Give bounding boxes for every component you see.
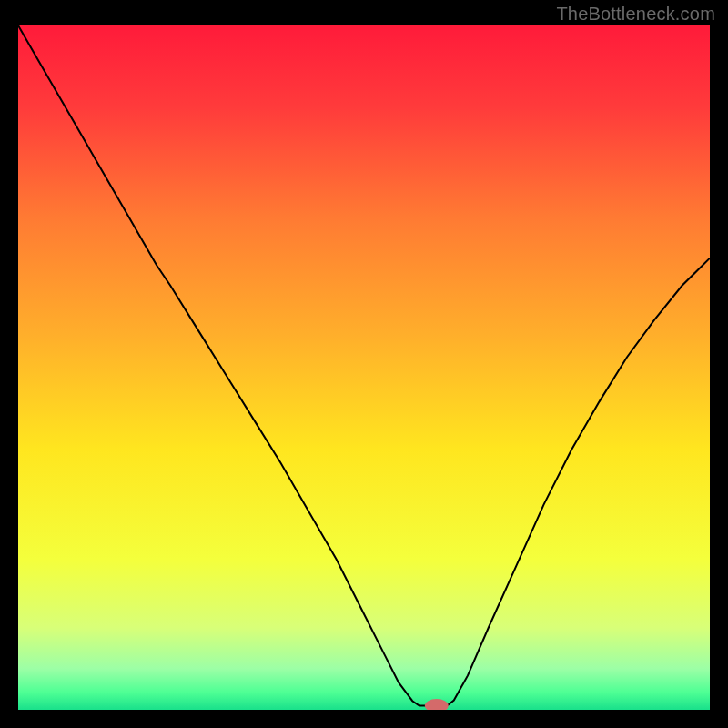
chart-svg bbox=[18, 25, 710, 710]
watermark-label: TheBottleneck.com bbox=[556, 4, 715, 25]
gradient-background bbox=[18, 25, 710, 710]
chart-frame: TheBottleneck.com bbox=[0, 0, 728, 728]
plot-area bbox=[18, 25, 710, 710]
